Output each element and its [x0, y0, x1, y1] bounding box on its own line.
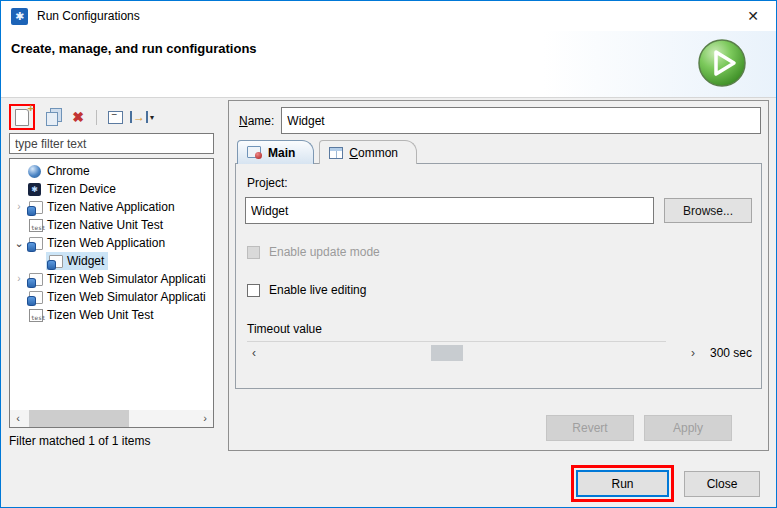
- new-configuration-button[interactable]: [11, 106, 33, 128]
- tree-item-tizen-web-simulator-applicati[interactable]: ›Tizen Web Simulator Applicati: [10, 270, 213, 288]
- name-label-rest: ame:: [248, 114, 275, 128]
- filter-input[interactable]: [9, 133, 214, 154]
- editor-button-row: Revert Apply: [235, 415, 762, 450]
- tree-hscrollbar-thumb[interactable]: [29, 410, 128, 427]
- duplicate-configuration-icon: [46, 112, 58, 126]
- window-close-button[interactable]: ✕: [730, 1, 776, 31]
- collapsed-expander-icon[interactable]: ›: [12, 274, 26, 284]
- run-configurations-dialog: ✱ Run Configurations ✕ Create, manage, a…: [0, 0, 777, 508]
- name-label-mnemonic: N: [239, 114, 248, 128]
- slider-left-arrow-icon[interactable]: ‹: [247, 345, 261, 361]
- checkbox: [247, 246, 260, 259]
- common-tab-icon: [329, 147, 343, 159]
- run-button-annotation: Run: [571, 465, 674, 502]
- device-icon: [27, 182, 43, 197]
- tree-item-chrome[interactable]: Chrome: [10, 162, 213, 180]
- main-tab-panel: Project: Browse... Enable update modeEna…: [235, 163, 762, 389]
- tree-item-content: Tizen Web Simulator Applicati: [26, 270, 210, 288]
- run-button[interactable]: Run: [576, 470, 669, 497]
- filter-configurations-icon: →: [130, 111, 148, 123]
- tree-item-label: Tizen Web Simulator Applicati: [47, 272, 206, 286]
- timeout-slider-track[interactable]: [261, 345, 686, 361]
- collapse-all-icon: [108, 111, 123, 124]
- timeout-slider-thumb[interactable]: [431, 345, 463, 361]
- banner-title: Create, manage, and run configurations: [11, 41, 257, 56]
- filter-status-text: Filter matched 1 of 1 items: [9, 434, 214, 448]
- checkbox-row-enable-live-editing[interactable]: Enable live editing: [247, 283, 752, 297]
- tree-item-tizen-device[interactable]: Tizen Device: [10, 180, 213, 198]
- app-icon: [27, 200, 43, 215]
- checkbox-group: Enable update modeEnable live editing: [245, 245, 752, 297]
- project-label: Project:: [247, 176, 752, 190]
- tree-item-content: Chrome: [26, 162, 94, 180]
- title-bar: ✱ Run Configurations ✕: [1, 1, 776, 31]
- scroll-left-icon[interactable]: ‹: [10, 410, 26, 427]
- tab-common[interactable]: Common: [319, 140, 417, 164]
- tree-hscrollbar-track[interactable]: [26, 410, 197, 427]
- tree-item-content: Tizen Device: [26, 180, 120, 198]
- tab-main[interactable]: Main: [237, 140, 314, 164]
- window-title: Run Configurations: [37, 9, 140, 23]
- tree-item-tizen-native-unit-test[interactable]: Tizen Native Unit Test: [10, 216, 213, 234]
- tree-item-content: Tizen Native Application: [26, 198, 179, 216]
- scroll-right-icon[interactable]: ›: [197, 410, 213, 427]
- tree-item-widget[interactable]: Widget: [10, 252, 213, 270]
- checkbox[interactable]: [247, 284, 260, 297]
- run-banner-icon: [696, 37, 748, 89]
- slider-right-arrow-icon[interactable]: ›: [686, 345, 700, 361]
- tree-item-label: Chrome: [47, 164, 90, 178]
- tree-item-tizen-web-simulator-applicati[interactable]: Tizen Web Simulator Applicati: [10, 288, 213, 306]
- tree-item-label: Tizen Native Application: [47, 200, 175, 214]
- timeout-slider: ‹ › 300 sec: [247, 345, 752, 361]
- tree-item-tizen-web-application[interactable]: ⌄Tizen Web Application: [10, 234, 213, 252]
- name-label: Name:: [239, 114, 274, 128]
- tree-item-content: Widget: [46, 252, 108, 270]
- dialog-button-bar: Run Close: [571, 465, 760, 502]
- collapsed-expander-icon[interactable]: ›: [12, 202, 26, 212]
- test-icon: [27, 218, 43, 233]
- tree-item-label: Widget: [67, 254, 104, 268]
- tree-item-label: Tizen Web Simulator Applicati: [47, 290, 206, 304]
- configurations-panel: ✖→▾ ChromeTizen Device›Tizen Native Appl…: [9, 105, 214, 448]
- tree-item-tizen-native-application[interactable]: ›Tizen Native Application: [10, 198, 213, 216]
- tree-hscrollbar[interactable]: ‹ ›: [10, 410, 213, 427]
- config-editor-panel: Name: MainCommon Project: Browse... Enab…: [228, 100, 769, 451]
- delete-configuration-button[interactable]: ✖: [67, 106, 89, 128]
- app-icon: [27, 290, 43, 305]
- tree-item-content: Tizen Web Application: [26, 234, 169, 252]
- close-button[interactable]: Close: [684, 471, 760, 497]
- new-configuration-icon: [15, 109, 29, 126]
- toolbar-separator: [96, 110, 97, 125]
- app-icon: [47, 254, 63, 269]
- browse-button[interactable]: Browse...: [664, 198, 752, 223]
- app-icon: [27, 236, 43, 251]
- chrome-icon: [27, 164, 43, 179]
- tab-label: Main: [268, 146, 295, 160]
- name-row: Name:: [239, 107, 761, 134]
- tree-item-label: Tizen Native Unit Test: [47, 218, 163, 232]
- tab-label: Common: [349, 146, 398, 160]
- tree-item-label: Tizen Web Application: [47, 236, 165, 250]
- tab-bar: MainCommon: [235, 140, 762, 164]
- apply-button: Apply: [644, 415, 732, 441]
- collapse-all-button[interactable]: [104, 106, 126, 128]
- filter-configurations-button[interactable]: →▾: [131, 106, 153, 128]
- expanded-expander-icon[interactable]: ⌄: [12, 238, 26, 248]
- configurations-toolbar: ✖→▾: [9, 105, 214, 129]
- revert-button: Revert: [546, 415, 634, 441]
- tree-item-label: Tizen Device: [47, 182, 116, 196]
- tree-item-tizen-web-unit-test[interactable]: Tizen Web Unit Test: [10, 306, 213, 324]
- name-input[interactable]: [281, 107, 761, 134]
- tree-item-content: Tizen Web Simulator Applicati: [26, 288, 210, 306]
- project-input[interactable]: [245, 197, 654, 224]
- tree-item-content: Tizen Web Unit Test: [26, 306, 158, 324]
- main-tab-icon: [247, 146, 262, 159]
- timeout-separator: [247, 341, 666, 342]
- project-row: Browse...: [245, 197, 752, 224]
- dialog-banner: Create, manage, and run configurations: [1, 31, 776, 98]
- checkbox-row-enable-update-mode: Enable update mode: [247, 245, 752, 259]
- duplicate-configuration-button[interactable]: [40, 106, 62, 128]
- tizen-app-icon: ✱: [11, 8, 28, 25]
- delete-configuration-icon: ✖: [72, 110, 84, 124]
- new-configuration-annotation: [9, 104, 35, 130]
